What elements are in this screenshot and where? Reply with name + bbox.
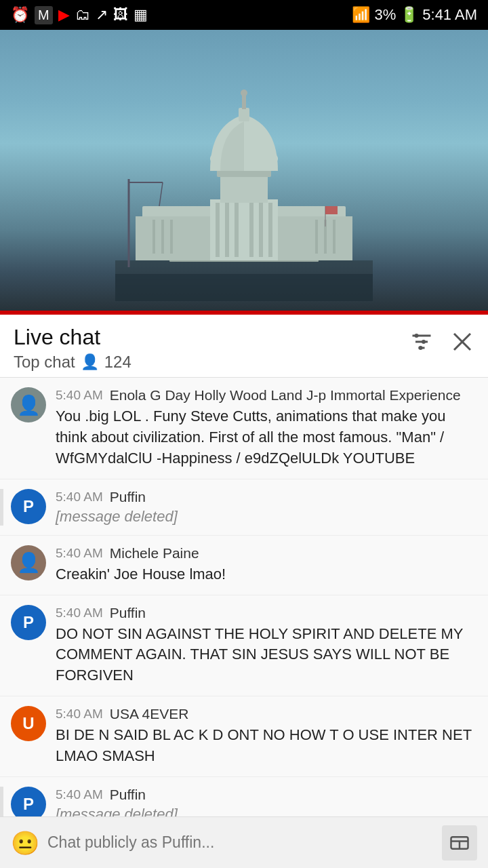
svg-rect-11 [249, 203, 253, 257]
chat-header-right [409, 324, 474, 357]
svg-rect-7 [210, 199, 278, 260]
send-button[interactable] [442, 825, 477, 861]
close-button[interactable] [450, 330, 474, 357]
message-meta: 5:40 AMEnola G Day Holly Wood Land J-p I… [56, 387, 477, 403]
message-author: Puffin [110, 605, 146, 621]
svg-line-28 [159, 182, 163, 206]
message-time: 5:40 AM [56, 388, 103, 403]
chat-message-row: U5:40 AMUSA 4EVERBI DE N SAID BL AC K D … [0, 696, 488, 777]
svg-rect-20 [152, 220, 155, 254]
status-right: 📶 3% 🔋 5:41 AM [352, 6, 477, 24]
grid-icon: ▦ [134, 6, 148, 24]
share-icon: ↗ [96, 6, 108, 24]
message-text: Creakin' Joe House lmao! [56, 564, 477, 585]
svg-rect-18 [242, 94, 246, 109]
message-content: 5:40 AMPuffinDO NOT SIN AGAINST THE HOLY… [56, 605, 477, 686]
chat-message-row: 👤5:40 AMMichele PaineCreakin' Joe House … [0, 536, 488, 595]
capitol-building [115, 71, 373, 301]
message-time: 5:40 AM [56, 787, 103, 802]
svg-rect-22 [170, 220, 173, 254]
message-author: Puffin [110, 787, 146, 803]
alarm-icon: ⏰ [11, 6, 29, 24]
top-chat-label[interactable]: Top chat [14, 353, 75, 372]
status-left: ⏰ M ▶ 🗂 ↗ 🖼 ▦ [11, 6, 148, 24]
image-icon: 🖼 [113, 6, 128, 24]
svg-rect-10 [235, 203, 239, 257]
svg-rect-12 [259, 203, 263, 257]
svg-rect-1 [115, 274, 373, 301]
message-meta: 5:40 AMUSA 4EVER [56, 706, 477, 722]
message-content: 5:40 AMPuffin[message deleted] [56, 489, 477, 526]
avatar: 👤 [11, 545, 46, 580]
svg-rect-13 [268, 203, 272, 257]
avatar: 👤 [11, 387, 46, 422]
svg-point-36 [419, 346, 423, 350]
svg-rect-6 [271, 216, 352, 260]
message-meta: 5:40 AMPuffin [56, 605, 477, 621]
clock: 5:41 AM [422, 6, 477, 24]
svg-rect-8 [216, 203, 220, 257]
message-text: You .big LOL . Funy Steve Cutts, animati… [56, 406, 477, 469]
chat-input[interactable] [47, 833, 434, 852]
chat-input-bar: 😐 [0, 816, 488, 868]
close-icon [450, 330, 474, 354]
avatar: U [11, 706, 46, 741]
battery-percent: 3% [374, 6, 396, 24]
svg-rect-9 [225, 203, 229, 257]
avatar: P [11, 605, 46, 640]
message-meta: 5:40 AMMichele Paine [56, 545, 477, 561]
message-meta: 5:40 AMPuffin [56, 489, 477, 505]
m-icon: M [35, 6, 53, 24]
message-text: BI DE N SAID BL AC K D ONT NO HOW T O US… [56, 725, 477, 767]
svg-point-35 [422, 340, 426, 344]
chat-subtitle: Top chat 👤 124 [14, 353, 131, 372]
svg-point-34 [415, 334, 419, 338]
svg-rect-21 [161, 220, 164, 254]
message-time: 5:40 AM [56, 606, 103, 620]
message-author: Enola G Day Holly Wood Land J-p Immortal… [110, 387, 461, 403]
chat-header-left: Live chat Top chat 👤 124 [14, 324, 131, 372]
avatar: P [11, 489, 46, 524]
svg-rect-17 [239, 108, 249, 121]
emoji-button[interactable]: 😐 [11, 829, 39, 856]
message-author: USA 4EVER [110, 706, 189, 722]
message-author: Michele Paine [110, 545, 199, 561]
chat-message-row: 👤5:40 AMEnola G Day Holly Wood Land J-p … [0, 378, 488, 479]
status-bar: ⏰ M ▶ 🗂 ↗ 🖼 ▦ 📶 3% 🔋 5:41 AM [0, 0, 488, 30]
viewer-icon: 👤 [81, 353, 99, 371]
video-progress-bar[interactable] [0, 311, 488, 315]
chat-message-row: P5:40 AMPuffinDO NOT SIN AGAINST THE HOL… [0, 595, 488, 696]
chat-title: Live chat [14, 324, 131, 350]
chat-message-row: P5:40 AMPuffin[message deleted] [0, 479, 488, 536]
message-content: 5:40 AMMichele PaineCreakin' Joe House l… [56, 545, 477, 585]
message-time: 5:40 AM [56, 707, 103, 722]
filter-icon [409, 330, 434, 354]
svg-rect-5 [136, 216, 217, 260]
message-time: 5:40 AM [56, 546, 103, 561]
battery-icon: 🔋 [400, 6, 418, 24]
filter-button[interactable] [409, 330, 434, 357]
chat-messages: 👤5:40 AMEnola G Day Holly Wood Land J-p … [0, 378, 488, 833]
message-author: Puffin [110, 489, 146, 505]
send-icon [449, 833, 470, 853]
message-content: 5:40 AMEnola G Day Holly Wood Land J-p I… [56, 387, 477, 469]
message-text: DO NOT SIN AGAINST THE HOLY SPIRIT AND D… [56, 624, 477, 686]
svg-rect-23 [315, 220, 318, 254]
viewer-count: 124 [104, 353, 131, 372]
wifi-icon: 📶 [352, 6, 370, 24]
message-deleted-label: [message deleted] [56, 508, 178, 525]
svg-rect-30 [325, 206, 338, 214]
youtube-icon: ▶ [58, 6, 70, 24]
folder-icon: 🗂 [75, 6, 90, 24]
message-time: 5:40 AM [56, 490, 103, 505]
chat-header: Live chat Top chat 👤 124 [0, 315, 488, 378]
svg-point-19 [241, 90, 247, 96]
message-content: 5:40 AMUSA 4EVERBI DE N SAID BL AC K D O… [56, 706, 477, 767]
video-player[interactable] [0, 30, 488, 315]
svg-rect-25 [333, 220, 336, 254]
message-meta: 5:40 AMPuffin [56, 787, 477, 803]
